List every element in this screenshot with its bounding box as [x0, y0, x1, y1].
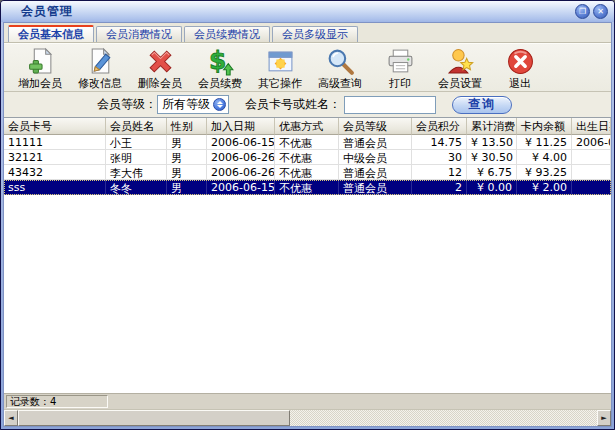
svg-text:$: $ — [209, 47, 226, 75]
member-settings-button[interactable]: 会员设置 — [436, 45, 484, 91]
print-button[interactable]: 打印 — [376, 45, 424, 91]
column-header-10[interactable]: 出生日期 — [572, 118, 611, 135]
table-cell: 2006-06-15 — [207, 135, 275, 150]
column-header-9[interactable]: 卡内余额 — [517, 118, 572, 135]
table-cell: 不优惠 — [275, 135, 339, 150]
magnifier-icon — [326, 46, 355, 76]
close-button[interactable]: ✕ — [593, 4, 608, 19]
column-header-7[interactable]: 会员积分 — [412, 118, 467, 135]
other-operations-button[interactable]: 其它操作 — [256, 45, 304, 91]
table-cell: ¥ 11.25 — [517, 135, 572, 150]
table-cell: ¥ 0.00 — [467, 180, 517, 195]
table-cell: 小王 — [106, 135, 167, 150]
table-row-3[interactable]: 43432李大伟男2006-06-26不优惠普通会员12¥ 6.75¥ 93.2… — [4, 165, 611, 180]
add-member-button[interactable]: 增加会员 — [16, 45, 64, 91]
table-cell: 11111 — [4, 135, 106, 150]
table-cell: 普通会员 — [339, 165, 412, 180]
table-cell: 张明 — [106, 150, 167, 165]
table-cell: ¥ 6.75 — [467, 165, 517, 180]
table-cell: 男 — [167, 135, 207, 150]
client-area: 会员基本信息会员消费情况会员续费情况会员多级显示 增加会员修改信息删除会员$会员… — [3, 22, 612, 427]
window-controls: ❐ ✕ — [575, 4, 608, 19]
table-cell: ¥ 13.50 — [467, 135, 517, 150]
table-cell: 32121 — [4, 150, 106, 165]
table-cell: 43432 — [4, 165, 106, 180]
table-row-4[interactable]: sss冬冬男2006-06-15不优惠普通会员2¥ 0.00¥ 2.00 — [4, 180, 611, 195]
exit-icon — [506, 46, 535, 76]
restore-icon: ❐ — [579, 7, 586, 15]
toolbar-button-label: 打印 — [389, 76, 411, 91]
table-cell: 2006-06-26 — [207, 150, 275, 165]
horizontal-scrollbar: ◄ ► — [4, 409, 611, 426]
dollar-up-icon: $ — [206, 46, 235, 76]
tab-3[interactable]: 会员续费情况 — [184, 26, 270, 42]
toolbar-button-label: 其它操作 — [258, 76, 302, 91]
table-cell: 12 — [412, 165, 467, 180]
member-level-dropdown[interactable]: 所有等级 — [157, 95, 229, 114]
edit-info-button[interactable]: 修改信息 — [76, 45, 124, 91]
table-cell: 李大伟 — [106, 165, 167, 180]
column-header-5[interactable]: 优惠方式 — [275, 118, 339, 135]
doc-plus-icon — [26, 46, 55, 76]
query-button[interactable]: 查询 — [452, 96, 512, 114]
table-header-row: 会员卡号会员姓名性别加入日期优惠方式会员等级会员积分累计消费卡内余额出生日期 — [4, 118, 611, 135]
member-table: 会员卡号会员姓名性别加入日期优惠方式会员等级会员积分累计消费卡内余额出生日期 1… — [4, 117, 611, 393]
member-level-value: 所有等级 — [162, 96, 210, 113]
toolbar-button-label: 退出 — [509, 76, 531, 91]
table-cell: sss — [4, 180, 106, 195]
renew-member-button[interactable]: $会员续费 — [196, 45, 244, 91]
table-cell: 男 — [167, 180, 207, 195]
table-cell: ¥ 30.50 — [467, 150, 517, 165]
status-bar: 记录数：4 — [4, 393, 611, 409]
toolbar: 增加会员修改信息删除会员$会员续费其它操作高级查询打印会员设置退出 — [4, 43, 611, 92]
table-cell: ¥ 2.00 — [517, 180, 572, 195]
column-header-4[interactable]: 加入日期 — [207, 118, 275, 135]
table-cell — [572, 165, 611, 180]
close-icon: ✕ — [597, 7, 604, 15]
table-cell: 2 — [412, 180, 467, 195]
column-header-1[interactable]: 会员卡号 — [4, 118, 106, 135]
table-cell: ¥ 93.25 — [517, 165, 572, 180]
delete-member-button[interactable]: 删除会员 — [136, 45, 184, 91]
table-cell: 不优惠 — [275, 150, 339, 165]
title-bar: 会员管理 ❐ ✕ — [1, 1, 614, 22]
column-header-2[interactable]: 会员姓名 — [106, 118, 167, 135]
table-cell: 中级会员 — [339, 150, 412, 165]
tab-4[interactable]: 会员多级显示 — [272, 26, 358, 42]
tab-1[interactable]: 会员基本信息 — [8, 25, 94, 42]
table-cell: 2006-06-26 — [207, 165, 275, 180]
record-count: 记录数：4 — [6, 395, 108, 408]
table-cell: 男 — [167, 165, 207, 180]
card-or-name-input[interactable] — [344, 96, 436, 114]
table-cell: 男 — [167, 150, 207, 165]
table-cell: ¥ 4.00 — [517, 150, 572, 165]
table-cell: 2006-0 — [572, 135, 611, 150]
red-x-icon — [146, 46, 175, 76]
toolbar-button-label: 高级查询 — [318, 76, 362, 91]
toolbar-button-label: 会员续费 — [198, 76, 242, 91]
column-header-6[interactable]: 会员等级 — [339, 118, 412, 135]
card-or-name-label: 会员卡号或姓名： — [245, 96, 341, 113]
doc-pencil-icon — [86, 46, 115, 76]
table-body: 11111小王男2006-06-15不优惠普通会员14.75¥ 13.50¥ 1… — [4, 135, 611, 195]
table-row-2[interactable]: 32121张明男2006-06-26不优惠中级会员30¥ 30.50¥ 4.00 — [4, 150, 611, 165]
column-header-3[interactable]: 性别 — [167, 118, 207, 135]
table-cell: 2006-06-15 — [207, 180, 275, 195]
restore-button[interactable]: ❐ — [575, 4, 590, 19]
scroll-right-button[interactable]: ► — [597, 410, 611, 426]
scroll-left-button[interactable]: ◄ — [4, 410, 18, 426]
spinner-icon[interactable] — [213, 98, 226, 111]
tab-2[interactable]: 会员消费情况 — [96, 26, 182, 42]
table-row-1[interactable]: 11111小王男2006-06-15不优惠普通会员14.75¥ 13.50¥ 1… — [4, 135, 611, 150]
toolbar-button-label: 删除会员 — [138, 76, 182, 91]
advanced-query-button[interactable]: 高级查询 — [316, 45, 364, 91]
scrollbar-track[interactable] — [290, 410, 597, 426]
column-header-8[interactable]: 累计消费 — [467, 118, 517, 135]
table-cell: 14.75 — [412, 135, 467, 150]
exit-button[interactable]: 退出 — [496, 45, 544, 91]
member-management-window: 会员管理 ❐ ✕ 会员基本信息会员消费情况会员续费情况会员多级显示 增加会员修改… — [0, 0, 615, 430]
scrollbar-thumb[interactable] — [18, 410, 290, 426]
table-cell: 冬冬 — [106, 180, 167, 195]
table-cell: 不优惠 — [275, 165, 339, 180]
table-cell — [572, 180, 611, 195]
